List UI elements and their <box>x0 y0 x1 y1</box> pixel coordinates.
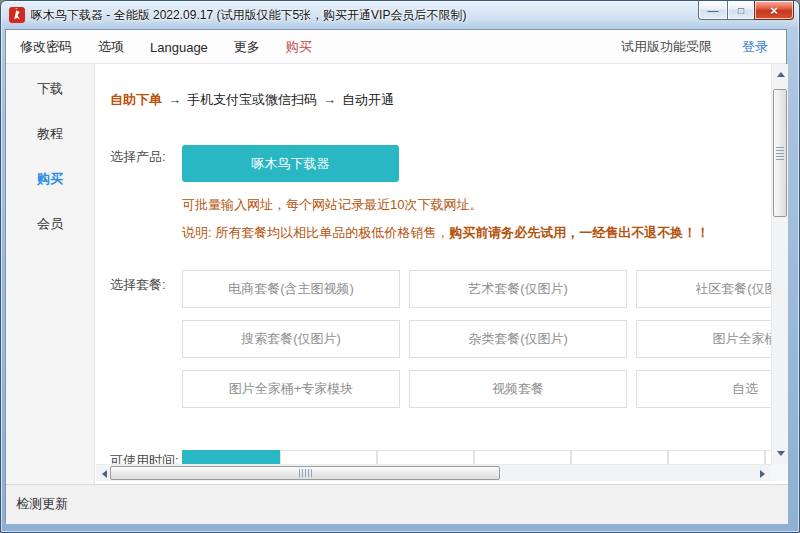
package-button-custom[interactable]: 自选 <box>636 370 771 408</box>
sidebar-item-member[interactable]: 会员 <box>6 201 94 246</box>
disclaimer-bold: 购买前请务必先试用，一经售出不退不换！！ <box>449 225 709 240</box>
scrollbar-corner <box>771 464 788 481</box>
scroll-up-button[interactable] <box>772 66 789 83</box>
menu-item-change-password[interactable]: 修改密码 <box>20 38 72 56</box>
window-controls: — □ × <box>699 1 794 20</box>
window-title: 啄木鸟下载器 - 全能版 2022.09.17 (试用版仅能下5张，购买开通VI… <box>31 1 466 29</box>
package-grid: 电商套餐(含主图视频) 艺术套餐(仅图片) 社区套餐(仅图片) 搜索套餐(仅图片… <box>182 270 771 408</box>
app-icon <box>9 7 25 23</box>
scroll-right-icon <box>760 470 765 478</box>
scroll-down-button[interactable] <box>772 445 789 462</box>
scrollbar-grip-icon <box>776 147 784 160</box>
menu-item-buy[interactable]: 购买 <box>286 38 312 56</box>
disclaimer-note: 说明: 所有套餐均以相比单品的极低价格销售，购买前请务必先试用，一经售出不退不换… <box>182 224 709 242</box>
menu-item-language[interactable]: Language <box>150 40 208 55</box>
package-button-image-bundle-expert[interactable]: 图片全家桶+专家模块 <box>182 370 400 408</box>
work-area: 下载 教程 购买 会员 自助下单→手机支付宝或微信扫码→自动开通 选择产品: 啄… <box>6 64 788 484</box>
menu-item-more[interactable]: 更多 <box>234 38 260 56</box>
package-button-misc[interactable]: 杂类套餐(仅图片) <box>409 320 627 358</box>
menu-right: 试用版功能受限 登录 <box>621 30 768 64</box>
close-icon: × <box>770 3 778 18</box>
app-window: 啄木鸟下载器 - 全能版 2022.09.17 (试用版仅能下5张，购买开通VI… <box>0 0 800 533</box>
maximize-button[interactable]: □ <box>727 1 755 20</box>
sidebar-item-download[interactable]: 下载 <box>6 66 94 111</box>
minimize-icon: — <box>708 4 719 16</box>
package-button-art[interactable]: 艺术套餐(仅图片) <box>409 270 627 308</box>
sidebar-nav: 下载 教程 购买 会员 <box>6 64 95 484</box>
scroll-left-icon <box>102 470 107 478</box>
menu-items: 修改密码 选项 Language 更多 购买 <box>20 30 312 64</box>
horizontal-scrollbar[interactable] <box>96 464 771 481</box>
scrollbar-grip-icon <box>299 469 312 477</box>
disclaimer-normal: 说明: 所有套餐均以相比单品的极低价格销售， <box>182 225 449 240</box>
product-button-woodpecker[interactable]: 啄木鸟下载器 <box>182 145 399 182</box>
window-titlebar[interactable]: 啄木鸟下载器 - 全能版 2022.09.17 (试用版仅能下5张，购买开通VI… <box>1 1 799 29</box>
order-steps: 自助下单→手机支付宝或微信扫码→自动开通 <box>110 91 394 109</box>
sidebar-item-tutorial[interactable]: 教程 <box>6 111 94 156</box>
sidebar-item-buy[interactable]: 购买 <box>6 156 94 201</box>
close-button[interactable]: × <box>754 1 794 20</box>
package-button-ecommerce[interactable]: 电商套餐(含主图视频) <box>182 270 400 308</box>
vertical-scrollbar[interactable] <box>771 64 788 464</box>
horizontal-scrollbar-thumb[interactable] <box>110 466 500 480</box>
package-button-video[interactable]: 视频套餐 <box>409 370 627 408</box>
arrow-icon: → <box>162 92 187 107</box>
step-self-order: 自助下单 <box>110 92 162 107</box>
package-button-search[interactable]: 搜索套餐(仅图片) <box>182 320 400 358</box>
step-auto-activate: 自动开通 <box>342 92 394 107</box>
status-bar: 检测更新 <box>6 484 788 524</box>
trial-status-label: 试用版功能受限 <box>621 38 712 56</box>
purchase-panel: 自助下单→手机支付宝或微信扫码→自动开通 选择产品: 啄木鸟下载器 可批量输入网… <box>96 64 771 484</box>
menu-bar: 修改密码 选项 Language 更多 购买 试用版功能受限 登录 <box>6 30 786 64</box>
batch-note: 可批量输入网址，每个网站记录最近10次下载网址。 <box>182 196 482 214</box>
scroll-right-button[interactable] <box>754 465 771 482</box>
minimize-button[interactable]: — <box>698 1 728 20</box>
scroll-up-icon <box>777 72 785 77</box>
package-button-community[interactable]: 社区套餐(仅图片) <box>636 270 771 308</box>
package-button-image-bundle[interactable]: 图片全家桶 <box>636 320 771 358</box>
arrow-icon: → <box>317 92 342 107</box>
maximize-icon: □ <box>738 5 744 16</box>
package-label: 选择套餐: <box>110 276 166 294</box>
vertical-scrollbar-thumb[interactable] <box>773 89 787 217</box>
scroll-down-icon <box>777 451 785 456</box>
login-link[interactable]: 登录 <box>742 38 768 56</box>
product-label: 选择产品: <box>110 148 166 166</box>
client-area: 修改密码 选项 Language 更多 购买 试用版功能受限 登录 下载 教程 … <box>5 29 787 523</box>
menu-item-options[interactable]: 选项 <box>98 38 124 56</box>
check-update-link[interactable]: 检测更新 <box>16 485 68 525</box>
step-scan-pay: 手机支付宝或微信扫码 <box>187 92 317 107</box>
